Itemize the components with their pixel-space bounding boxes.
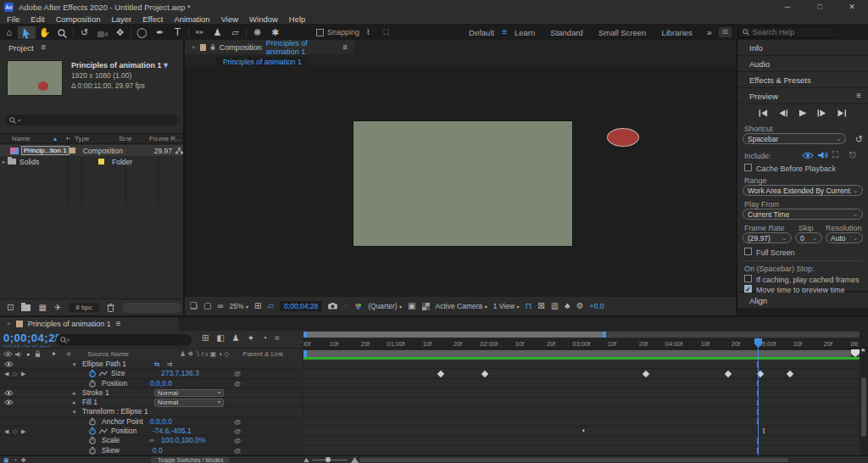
pickwhip-icon[interactable]: @ — [234, 427, 241, 435]
property-label[interactable]: Skew — [102, 447, 120, 455]
zoom-out-mountain-icon[interactable] — [303, 458, 309, 462]
next-keyframe-icon[interactable]: ▶ — [21, 370, 25, 377]
row-anchor-point[interactable]: Anchor Point 0.0,0.0 @ — [0, 417, 303, 427]
resolution-preview-select[interactable]: Auto⌄ — [826, 232, 863, 243]
channel-icon[interactable] — [354, 303, 362, 310]
menu-animation[interactable]: Animation — [174, 14, 209, 24]
shortcut-select[interactable]: Spacebar⌄ — [743, 133, 846, 144]
comp-flag-icon[interactable]: ▾ — [164, 61, 168, 70]
timeline-track-area[interactable]: 0:00f 10f 20f 01:00f 10f 20f 02:00f 10f … — [303, 331, 860, 455]
menu-effect[interactable]: Effect — [142, 14, 163, 24]
ellipse-shape[interactable] — [607, 128, 639, 147]
stopwatch-icon[interactable] — [89, 418, 96, 426]
path-operation-icon[interactable]: ⇉ — [167, 360, 173, 368]
brush-tool[interactable]: ✏ — [191, 25, 209, 40]
workspace-overflow-chevron[interactable]: » — [707, 28, 712, 37]
close-tab-icon[interactable]: × — [7, 321, 11, 327]
panel-menu-icon[interactable]: ≡ — [856, 92, 861, 100]
first-frame-button[interactable] — [757, 108, 771, 118]
stock-search-icon[interactable]: ⊡ — [719, 27, 732, 37]
always-preview-icon[interactable]: ❏ — [190, 302, 198, 310]
property-value[interactable]: 0.0,0.0 — [150, 418, 172, 426]
property-label[interactable]: Position — [111, 427, 136, 435]
toggle-switches-button[interactable]: Toggle Switches / Modes — [151, 457, 230, 463]
pen-tool[interactable]: ✒ — [151, 25, 169, 40]
row-transform[interactable]: ▾ Transform : Ellipse 1 — [0, 407, 303, 416]
play-button[interactable] — [796, 108, 810, 118]
selection-tool[interactable] — [18, 26, 36, 39]
row-path-position[interactable]: Position 0.0,0.0 @ — [0, 379, 303, 388]
shape-tool[interactable]: ◯ — [133, 25, 151, 40]
frame-blend-toggle-icon[interactable]: ▣ — [3, 457, 9, 463]
hand-tool[interactable]: ✋ — [36, 25, 53, 40]
color-depth-button[interactable]: 8 bpc — [69, 303, 99, 312]
main-monitor-icon[interactable]: ▢ — [203, 302, 211, 310]
work-area-start-handle[interactable] — [303, 350, 307, 357]
brainstorm-icon[interactable]: ✥ — [21, 457, 26, 463]
next-frame-button[interactable] — [815, 108, 830, 118]
source-name-column[interactable]: Source Name — [87, 350, 129, 358]
property-label[interactable]: Size — [111, 370, 125, 377]
vr-goggles-icon[interactable]: ∞ — [217, 302, 223, 310]
column-name[interactable]: Name — [0, 135, 49, 142]
row-skew[interactable]: Skew 0.0 @ — [0, 446, 303, 455]
menu-help[interactable]: Help — [289, 14, 306, 24]
close-button[interactable]: ✕ — [836, 0, 868, 14]
clone-stamp-tool[interactable]: ♟ — [209, 25, 226, 40]
include-overlays-icon[interactable]: ⛶ — [832, 151, 838, 159]
column-size[interactable]: Size — [119, 135, 149, 142]
stopwatch-icon[interactable] — [89, 380, 96, 388]
property-label[interactable]: Position — [102, 380, 127, 388]
pickwhip-icon[interactable]: @ — [234, 418, 241, 426]
label-color-swatch[interactable] — [98, 159, 104, 165]
panel-menu-icon[interactable]: ≡ — [116, 320, 121, 328]
snap-edges-icon[interactable]: ⌇ — [359, 25, 377, 40]
camera-select[interactable]: Active Camera ▾ — [436, 302, 487, 310]
label-color-swatch[interactable] — [70, 148, 75, 153]
current-time-indicator[interactable] — [758, 338, 759, 455]
twirl-down-icon[interactable]: ▾ — [73, 408, 76, 416]
add-keyframe-icon[interactable]: ◇ — [13, 370, 17, 377]
grid-guides-icon[interactable]: ⊞ — [254, 302, 261, 310]
time-navigator-handle[interactable] — [303, 332, 606, 337]
new-composition-icon[interactable]: ▦ — [38, 304, 46, 312]
histogram-icon[interactable]: ▥ — [551, 302, 559, 310]
workspace-menu-icon[interactable]: ≡ — [502, 28, 507, 36]
workspace-learn[interactable]: Learn — [515, 28, 535, 37]
pixel-aspect-icon[interactable]: ⊠ — [537, 302, 544, 310]
hide-shy-icon[interactable]: ♟ — [232, 334, 240, 343]
previous-frame-button[interactable] — [776, 108, 791, 118]
keyframe-ease-icon[interactable]: ◖ — [581, 427, 586, 434]
show-snapshot-icon[interactable]: ◌ — [343, 302, 348, 310]
play-from-select[interactable]: Current Time⌄ — [743, 209, 863, 220]
menu-file[interactable]: File — [7, 14, 19, 24]
menu-window[interactable]: Window — [249, 14, 278, 24]
help-search-box[interactable] — [738, 26, 838, 38]
timeline-tab[interactable]: × Principles of animation 1 ≡ — [0, 317, 178, 331]
pickwhip-icon[interactable]: @ — [234, 370, 241, 377]
composition-tab[interactable]: × Composition Principles of animation 1 … — [185, 40, 354, 54]
wand-icon[interactable]: ✈ — [54, 304, 61, 312]
property-value[interactable]: 273.7,136.3 — [161, 370, 199, 377]
graph-icon[interactable] — [99, 371, 108, 377]
maximize-button[interactable]: □ — [804, 0, 836, 14]
navigator-end-handle[interactable] — [603, 332, 606, 337]
share-icon[interactable]: ⎋ — [849, 151, 856, 159]
preview-panel-header[interactable]: Preview≡ — [737, 88, 868, 103]
new-folder-icon[interactable] — [21, 304, 31, 311]
eraser-tool[interactable]: ▱ — [226, 25, 244, 40]
row-size[interactable]: ◀ ◇ ▶ Size 273.7,136.3 @ — [0, 369, 303, 378]
twirl-right-icon[interactable]: ▸ — [73, 389, 76, 397]
viewer-timecode[interactable]: 0;00;04;28 — [280, 301, 322, 311]
work-area-bar[interactable] — [305, 350, 851, 357]
eye-icon[interactable] — [4, 399, 14, 405]
composition-thumbnail[interactable] — [7, 60, 63, 96]
pan-behind-tool[interactable]: ✥ — [111, 25, 129, 40]
property-value[interactable]: -74.6,-405.1 — [153, 427, 192, 435]
last-frame-button[interactable] — [835, 108, 849, 118]
mini-flowchart-icon[interactable]: ⊞ — [202, 334, 209, 343]
composition-canvas[interactable] — [353, 121, 572, 246]
comp-marker-button[interactable]: ⚑ — [860, 348, 865, 354]
next-keyframe-icon[interactable]: ▶ — [21, 427, 25, 435]
rotate-tool[interactable]: ↺ — [75, 25, 93, 40]
